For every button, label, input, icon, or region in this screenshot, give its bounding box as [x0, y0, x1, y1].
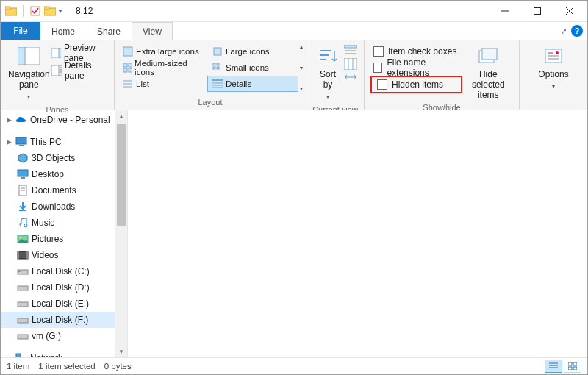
svg-rect-2: [31, 7, 40, 15]
navigation-pane-label: Navigation pane: [8, 69, 50, 90]
tree-disk-c[interactable]: Local Disk (C:): [1, 263, 115, 279]
drive-icon: [17, 298, 29, 310]
tree-node-label: Desktop: [32, 169, 64, 179]
view-mode-toggles: [545, 360, 581, 373]
tree-3d-objects[interactable]: 3D Objects: [1, 150, 115, 166]
navigation-pane-button[interactable]: Navigation pane ▾: [7, 43, 51, 104]
folder-icon: [5, 5, 17, 17]
group-label-empty: [520, 96, 587, 110]
help-icon[interactable]: ?: [571, 25, 583, 37]
tab-view[interactable]: View: [132, 22, 173, 40]
tab-file[interactable]: File: [1, 22, 40, 40]
qat-separator-2: [68, 5, 68, 17]
ribbon-view: Navigation pane ▾ Preview pane Details p…: [1, 40, 587, 110]
status-item-count: 1 item: [7, 362, 29, 371]
tree-network[interactable]: ▶ Network: [1, 350, 115, 357]
hidden-items-toggle[interactable]: Hidden items: [374, 78, 459, 91]
qat-dropdown-icon[interactable]: ▾: [59, 8, 62, 15]
svg-rect-61: [18, 251, 28, 259]
layout-large[interactable]: Large icons: [207, 43, 298, 60]
3d-objects-icon: [17, 152, 29, 164]
file-list-area[interactable]: [127, 110, 587, 357]
drive-icon: [17, 314, 29, 326]
tab-home[interactable]: Home: [40, 22, 86, 40]
layout-scroll-up-icon[interactable]: ▴: [300, 43, 303, 50]
group-by-icon[interactable]: [344, 45, 357, 57]
collapse-ribbon-icon[interactable]: ⤢: [561, 27, 567, 35]
svg-rect-10: [18, 47, 25, 65]
svg-rect-18: [123, 47, 132, 56]
layout-list[interactable]: List: [118, 76, 204, 92]
tree-pictures[interactable]: Pictures: [1, 231, 115, 247]
tree-scrollbar[interactable]: ▲ ▼: [115, 110, 127, 357]
scroll-down-icon[interactable]: ▼: [115, 346, 127, 357]
layout-extra-large[interactable]: Extra large icons: [118, 43, 204, 60]
tree-downloads[interactable]: Downloads: [1, 199, 115, 215]
tab-share[interactable]: Share: [86, 22, 132, 40]
size-columns-icon[interactable]: [344, 71, 357, 83]
add-columns-icon[interactable]: [344, 58, 357, 70]
sort-by-icon: [317, 45, 339, 67]
tree-disk-d[interactable]: Local Disk (D:): [1, 279, 115, 296]
tree-disk-e[interactable]: Local Disk (E:): [1, 296, 115, 312]
layout-details[interactable]: Details: [207, 76, 298, 92]
tree-node-label: Music: [32, 218, 54, 228]
svg-rect-14: [59, 65, 62, 76]
tree-desktop[interactable]: Desktop: [1, 166, 115, 182]
layout-medium[interactable]: Medium-sized icons: [118, 60, 204, 76]
svg-rect-27: [217, 67, 219, 69]
details-pane-label: Details pane: [65, 60, 108, 81]
svg-rect-66: [18, 286, 28, 290]
svg-rect-54: [21, 177, 25, 179]
svg-rect-65: [18, 271, 21, 272]
hide-selected-button[interactable]: Hide selected items: [464, 43, 513, 101]
status-bar: 1 item 1 item selected 0 bytes: [1, 357, 587, 374]
details-icon: [212, 79, 223, 89]
navigation-tree-column: ▶ OneDrive - Personal ▶ This PC 3D Objec…: [1, 110, 127, 357]
svg-point-50: [556, 51, 559, 54]
svg-rect-21: [129, 63, 132, 67]
sort-by-button[interactable]: Sort by ▾: [313, 43, 343, 104]
preview-pane-button[interactable]: Preview pane: [51, 45, 108, 61]
close-button[interactable]: [553, 1, 586, 21]
svg-rect-12: [59, 48, 61, 58]
tree-music[interactable]: Music: [1, 215, 115, 231]
svg-rect-78: [573, 367, 577, 370]
maximize-button[interactable]: [521, 1, 553, 21]
documents-icon: [17, 185, 29, 196]
tree-node-label: vm (G:): [32, 331, 61, 341]
file-name-extensions-toggle[interactable]: File name extensions: [370, 60, 462, 76]
network-icon: [15, 352, 27, 357]
layout-small[interactable]: Small icons: [207, 60, 298, 76]
quick-access-toolbar: ▾: [2, 5, 71, 17]
tree-node-label: Local Disk (F:): [32, 315, 88, 325]
expander-icon[interactable]: ▶: [5, 116, 12, 124]
navigation-tree[interactable]: ▶ OneDrive - Personal ▶ This PC 3D Objec…: [1, 110, 115, 357]
svg-rect-25: [217, 63, 219, 65]
expander-icon[interactable]: ▶: [5, 138, 12, 146]
checkbox-icon: [373, 46, 384, 57]
details-view-toggle[interactable]: [545, 360, 562, 373]
scroll-up-icon[interactable]: ▲: [115, 110, 127, 122]
options-button[interactable]: Options ▾: [533, 43, 574, 93]
layout-scroll-down-icon[interactable]: ▾: [300, 65, 303, 71]
thumbnails-view-toggle[interactable]: [564, 360, 581, 373]
layout-more-icon[interactable]: ▾: [300, 85, 303, 92]
desktop-icon: [17, 168, 29, 180]
extra-large-icons-icon: [123, 46, 133, 57]
minimize-button[interactable]: [489, 1, 521, 21]
scroll-thumb[interactable]: [117, 124, 126, 226]
svg-rect-26: [213, 67, 215, 69]
tree-this-pc[interactable]: ▶ This PC: [1, 134, 115, 150]
qat-new-folder-icon[interactable]: [44, 5, 56, 17]
tree-videos[interactable]: Videos: [1, 247, 115, 263]
tree-disk-g[interactable]: vm (G:): [1, 328, 115, 344]
tree-disk-f[interactable]: Local Disk (F:): [1, 312, 115, 328]
svg-rect-31: [212, 79, 223, 81]
tree-documents[interactable]: Documents: [1, 182, 115, 199]
details-pane-button[interactable]: Details pane: [51, 63, 108, 79]
tree-onedrive[interactable]: ▶ OneDrive - Personal: [1, 112, 115, 128]
checkbox-icon: [373, 63, 382, 73]
group-label-layout: Layout: [115, 96, 306, 110]
qat-properties-icon[interactable]: [29, 5, 41, 17]
